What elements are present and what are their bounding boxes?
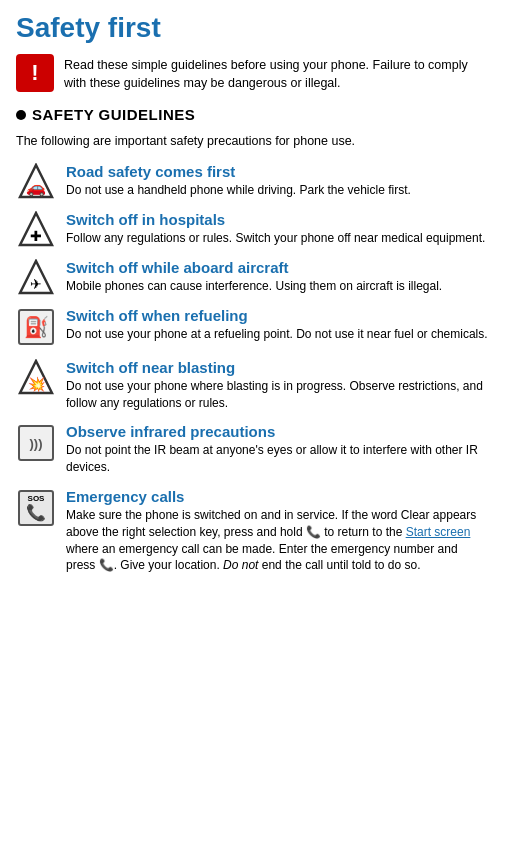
road-safety-content: Road safety comes first Do not use a han… — [66, 163, 489, 199]
bullet-dot — [16, 110, 26, 120]
road-safety-title: Road safety comes first — [66, 163, 489, 180]
svg-text:✈: ✈ — [30, 276, 42, 292]
aircraft-content: Switch off while aboard aircraft Mobile … — [66, 259, 489, 295]
blasting-desc: Do not use your phone where blasting is … — [66, 378, 489, 412]
intro-text: The following are important safety preca… — [16, 133, 489, 151]
refueling-title: Switch off when refueling — [66, 307, 489, 324]
refueling-icon-box: ⛽ — [18, 309, 54, 345]
guideline-emergency: SOS 📞 Emergency calls Make sure the phon… — [16, 488, 489, 574]
guideline-blasting: 💥 Switch off near blasting Do not use yo… — [16, 359, 489, 412]
start-screen-link[interactable]: Start screen — [406, 525, 471, 539]
refueling-icon: ⛽ — [16, 307, 56, 347]
road-safety-desc: Do not use a handheld phone while drivin… — [66, 182, 489, 199]
guideline-road-safety: 🚗 Road safety comes first Do not use a h… — [16, 163, 489, 199]
infrared-content: Observe infrared precautions Do not poin… — [66, 423, 489, 476]
infrared-icon: ))) — [16, 423, 56, 463]
section-header: SAFETY GUIDELINES — [16, 106, 489, 123]
warning-icon: ! — [16, 54, 54, 92]
infrared-title: Observe infrared precautions — [66, 423, 489, 440]
svg-text:🚗: 🚗 — [26, 178, 46, 197]
svg-text:💥: 💥 — [28, 376, 46, 393]
page-title: Safety first — [16, 12, 489, 44]
warning-text: Read these simple guidelines before usin… — [64, 54, 489, 92]
emergency-title: Emergency calls — [66, 488, 489, 505]
hospitals-title: Switch off in hospitals — [66, 211, 489, 228]
hospitals-content: Switch off in hospitals Follow any regul… — [66, 211, 489, 247]
call-icon-inline: 📞 — [306, 525, 321, 539]
blasting-content: Switch off near blasting Do not use your… — [66, 359, 489, 412]
hospitals-icon: ✚ — [16, 211, 56, 247]
guideline-infrared: ))) Observe infrared precautions Do not … — [16, 423, 489, 476]
infrared-icon-box: ))) — [18, 425, 54, 461]
guideline-hospitals: ✚ Switch off in hospitals Follow any reg… — [16, 211, 489, 247]
road-safety-icon: 🚗 — [16, 163, 56, 199]
infrared-desc: Do not point the IR beam at anyone's eye… — [66, 442, 489, 476]
emergency-content: Emergency calls Make sure the phone is s… — [66, 488, 489, 574]
warning-box: ! Read these simple guidelines before us… — [16, 54, 489, 92]
aircraft-icon: ✈ — [16, 259, 56, 295]
aircraft-desc: Mobile phones can cause interference. Us… — [66, 278, 489, 295]
sos-icon-box: SOS 📞 — [18, 490, 54, 526]
hospitals-desc: Follow any regulations or rules. Switch … — [66, 230, 489, 247]
aircraft-title: Switch off while aboard aircraft — [66, 259, 489, 276]
send-icon-inline: 📞 — [99, 558, 114, 572]
refueling-desc: Do not use your phone at a refueling poi… — [66, 326, 489, 343]
refueling-content: Switch off when refueling Do not use you… — [66, 307, 489, 343]
section-title: SAFETY GUIDELINES — [32, 106, 195, 123]
emergency-desc: Make sure the phone is switched on and i… — [66, 507, 489, 574]
blasting-icon: 💥 — [16, 359, 56, 395]
emergency-icon: SOS 📞 — [16, 488, 56, 528]
svg-text:✚: ✚ — [30, 228, 42, 244]
blasting-title: Switch off near blasting — [66, 359, 489, 376]
guideline-refueling: ⛽ Switch off when refueling Do not use y… — [16, 307, 489, 347]
guideline-aircraft: ✈ Switch off while aboard aircraft Mobil… — [16, 259, 489, 295]
